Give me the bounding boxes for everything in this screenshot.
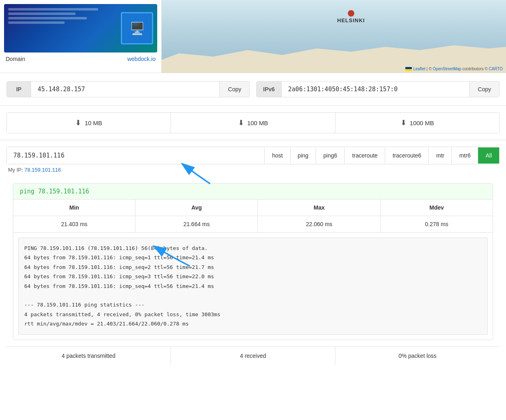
- avg-header: Avg: [135, 200, 258, 216]
- download-1000mb-button[interactable]: ⬇ 1000 MB: [335, 113, 499, 133]
- download-1000mb-label: 1000 MB: [410, 120, 434, 126]
- max-header: Max: [258, 200, 380, 216]
- transmitted-stat: 4 packets transmitted: [6, 347, 171, 365]
- ping-output: PING 78.159.101.116 (78.159.101.116) 56(…: [18, 237, 488, 335]
- min-header: Min: [13, 200, 135, 216]
- all-button[interactable]: All: [478, 147, 499, 164]
- download-section: ⬇ 10 MB ⬇ 100 MB ⬇ 1000 MB: [0, 106, 506, 140]
- leaflet-flag-icon: [405, 67, 412, 71]
- ipv4-copy-button[interactable]: Copy: [219, 82, 249, 97]
- mtr6-button[interactable]: mtr6: [451, 147, 478, 164]
- ping-stats-header-row: Min Avg Max Mdev: [13, 200, 493, 216]
- ping-stats-table: Min Avg Max Mdev 21.403 ms 21.664 ms 22.…: [13, 200, 493, 233]
- my-ip-link[interactable]: 78.159.101.116: [24, 167, 61, 173]
- ping-button[interactable]: ping: [290, 147, 316, 164]
- mdev-value: 0.278 ms: [380, 216, 493, 233]
- bottom-stats: 4 packets transmitted 4 received 0% pack…: [6, 346, 500, 365]
- ad-text-lines: [8, 8, 121, 26]
- host-button[interactable]: host: [264, 147, 290, 164]
- ad-panel: 🖥️ Domain webdock.io: [0, 0, 162, 73]
- domain-link[interactable]: webdock.io: [127, 56, 156, 62]
- map-pin-dot: [348, 10, 354, 17]
- traceroute6-button[interactable]: traceroute6: [385, 147, 428, 164]
- map-attribution: Leaflet | © OpenStreetMap contributors ©…: [405, 67, 503, 71]
- download-10mb-button[interactable]: ⬇ 10 MB: [7, 113, 171, 133]
- ping-header: ping 78.159.101.116: [13, 184, 493, 200]
- attribution-sep: | ©: [425, 67, 432, 71]
- map-background: HELSINKI Leaflet | © OpenStreetMap contr…: [162, 0, 506, 73]
- received-stat: 4 received: [171, 347, 335, 365]
- carto-link[interactable]: CARTO: [489, 67, 503, 71]
- tools-row: host ping ping6 traceroute traceroute6 m…: [6, 147, 500, 164]
- loss-stat: 0% packet loss: [335, 347, 500, 365]
- ipv6-copy-button[interactable]: Copy: [469, 82, 499, 97]
- ipv4-label: IP: [7, 82, 31, 97]
- ip-section: IP 45.148.28.157 Copy IPv6 2a06:1301:405…: [0, 73, 506, 106]
- ipv6-value: 2a06:1301:4050:45:148:28:157:0: [282, 82, 470, 97]
- map-pin: HELSINKI: [337, 10, 365, 23]
- my-ip-label: My IP:: [8, 167, 23, 173]
- my-ip-row: My IP: 78.159.101.116: [0, 164, 506, 177]
- download-10mb-label: 10 MB: [84, 120, 102, 126]
- download-row: ⬇ 10 MB ⬇ 100 MB ⬇ 1000 MB: [6, 112, 500, 133]
- ip-row: IP 45.148.28.157 Copy IPv6 2a06:1301:405…: [6, 81, 500, 97]
- min-value: 21.403 ms: [13, 216, 135, 233]
- map-panel: HELSINKI Leaflet | © OpenStreetMap contr…: [162, 0, 506, 73]
- ipv4-block: IP 45.148.28.157 Copy: [6, 81, 250, 97]
- attribution-contributors: contributors ©: [461, 67, 489, 71]
- avg-value: 21.664 ms: [135, 216, 258, 233]
- leaflet-link[interactable]: Leaflet: [413, 67, 425, 71]
- ping-command: ping 78.159.101.116: [20, 188, 89, 195]
- map-city-label: HELSINKI: [337, 17, 365, 23]
- top-section: 🖥️ Domain webdock.io HELSINKI Leaflet | …: [0, 0, 506, 73]
- ipv4-value: 45.148.28.157: [31, 82, 219, 97]
- domain-label: Domain: [6, 56, 25, 62]
- ping-section: ping 78.159.101.116 Min Avg Max Mdev 21.…: [13, 183, 493, 340]
- page-wrapper: 🖥️ Domain webdock.io HELSINKI Leaflet | …: [0, 0, 506, 371]
- ad-domain-row: Domain webdock.io: [4, 52, 157, 64]
- ping-area: ping 78.159.101.116 Min Avg Max Mdev 21.…: [0, 183, 506, 371]
- download-100mb-button[interactable]: ⬇ 100 MB: [171, 113, 335, 133]
- server-graphic: 🖥️: [121, 12, 153, 44]
- tools-input-row-wrapper: host ping ping6 traceroute traceroute6 m…: [0, 140, 506, 164]
- max-value: 22.060 ms: [258, 216, 380, 233]
- ipv6-label: IPv6: [257, 82, 282, 97]
- ad-line-2: [8, 13, 76, 15]
- mtr-button[interactable]: mtr: [428, 147, 451, 164]
- mdev-header: Mdev: [380, 200, 493, 216]
- download-100mb-label: 100 MB: [247, 120, 268, 126]
- tools-area: host ping ping6 traceroute traceroute6 m…: [0, 140, 506, 177]
- ping-stats-data-row: 21.403 ms 21.664 ms 22.060 ms 0.278 ms: [13, 216, 493, 233]
- target-input[interactable]: [7, 147, 264, 164]
- server-cube-icon: 🖥️: [121, 12, 153, 44]
- download-10mb-icon: ⬇: [75, 118, 81, 127]
- download-1000mb-icon: ⬇: [401, 118, 407, 127]
- traceroute-button[interactable]: traceroute: [344, 147, 385, 164]
- download-100mb-icon: ⬇: [238, 118, 244, 127]
- ad-line-4: [8, 21, 65, 24]
- ping6-button[interactable]: ping6: [316, 147, 344, 164]
- ipv6-block: IPv6 2a06:1301:4050:45:148:28:157:0 Copy: [256, 81, 500, 97]
- ad-line-3: [8, 17, 87, 19]
- ad-line-1: [8, 8, 98, 10]
- osm-link[interactable]: OpenStreetMap: [433, 67, 462, 71]
- ad-image[interactable]: 🖥️: [4, 4, 157, 52]
